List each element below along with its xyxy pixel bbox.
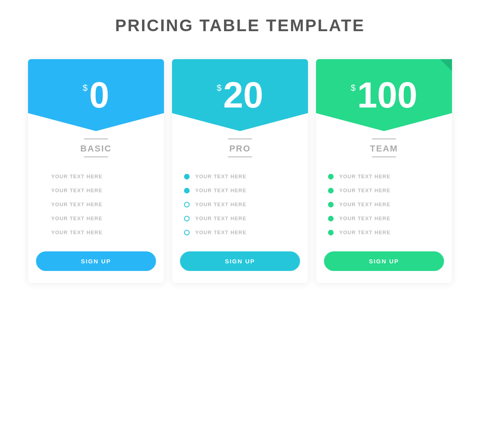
signup-button-basic[interactable]: SIGN UP (36, 251, 156, 271)
feature-text: YOUR TEXT HERE (195, 201, 246, 207)
feature-text: YOUR TEXT HERE (195, 215, 246, 221)
plan-divider-bottom-team (372, 156, 396, 157)
feature-item: YOUR TEXT HERE (328, 211, 440, 225)
feature-item: YOUR TEXT HERE (184, 211, 296, 225)
feature-dot-filled (184, 174, 190, 179)
feature-text: YOUR TEXT HERE (195, 187, 246, 193)
feature-item: YOUR TEXT HERE (328, 169, 440, 183)
feature-dot-filled (328, 202, 334, 207)
feature-dot-empty (184, 202, 190, 207)
plan-name-team: TEAM (324, 143, 444, 154)
feature-item: YOUR TEXT HERE (40, 197, 152, 211)
feature-item: YOUR TEXT HERE (40, 183, 152, 197)
feature-text: YOUR TEXT HERE (339, 173, 390, 179)
feature-text: YOUR TEXT HERE (51, 173, 102, 179)
signup-button-team[interactable]: SIGN UP (324, 251, 444, 271)
price-content-pro: $ 20 (217, 77, 263, 113)
feature-item: YOUR TEXT HERE (184, 225, 296, 239)
feature-dot-filled (328, 188, 334, 193)
feature-item: YOUR TEXT HERE (184, 169, 296, 183)
feature-text: YOUR TEXT HERE (195, 229, 246, 235)
feature-text: YOUR TEXT HERE (195, 173, 246, 179)
plan-name-pro: PRO (180, 143, 300, 154)
plan-divider-top-pro (228, 138, 252, 139)
signup-button-pro[interactable]: SIGN UP (180, 251, 300, 271)
price-banner-basic: $ 0 (28, 59, 164, 131)
feature-item: YOUR TEXT HERE (40, 211, 152, 225)
pricing-card-pro: $ 20 PRO YOUR TEXT HERE YOUR TEXT HERE Y… (172, 59, 308, 283)
price-amount-basic: 0 (89, 77, 109, 113)
feature-item: YOUR TEXT HERE (40, 169, 152, 183)
feature-item: YOUR TEXT HERE (328, 225, 440, 239)
feature-item: YOUR TEXT HERE (184, 183, 296, 197)
feature-text: YOUR TEXT HERE (339, 201, 390, 207)
price-dollar-team: $ (351, 83, 356, 93)
feature-dot-empty (184, 216, 190, 221)
feature-dot-filled (328, 230, 334, 235)
page-title: PRICING TABLE TEMPLATE (115, 16, 365, 35)
feature-dot-filled (328, 174, 334, 179)
feature-text: YOUR TEXT HERE (51, 229, 102, 235)
features-list-basic: YOUR TEXT HERE YOUR TEXT HERE YOUR TEXT … (28, 161, 164, 247)
feature-text: YOUR TEXT HERE (51, 187, 102, 193)
features-list-team: YOUR TEXT HERE YOUR TEXT HERE YOUR TEXT … (316, 161, 452, 247)
plan-divider-bottom-basic (84, 156, 108, 157)
feature-item: YOUR TEXT HERE (328, 183, 440, 197)
plan-name-basic: BASIC (36, 143, 156, 154)
plan-divider-top-basic (84, 138, 108, 139)
price-content-basic: $ 0 (83, 77, 109, 113)
feature-item: YOUR TEXT HERE (184, 197, 296, 211)
feature-dot-filled (328, 216, 334, 221)
pricing-card-basic: $ 0 BASIC YOUR TEXT HERE YOUR TEXT HERE … (28, 59, 164, 283)
plan-divider-top-team (372, 138, 396, 139)
features-list-pro: YOUR TEXT HERE YOUR TEXT HERE YOUR TEXT … (172, 161, 308, 247)
price-banner-team: $ 100 (316, 59, 452, 131)
plan-name-section-basic: BASIC (28, 131, 164, 161)
plan-name-section-team: TEAM (316, 131, 452, 161)
feature-dot-filled (184, 188, 190, 193)
pricing-card-team: $ 100 TEAM YOUR TEXT HERE YOUR TEXT HERE… (316, 59, 452, 283)
feature-text: YOUR TEXT HERE (339, 215, 390, 221)
price-dollar-basic: $ (83, 83, 88, 93)
price-content-team: $ 100 (351, 77, 417, 113)
feature-text: YOUR TEXT HERE (339, 187, 390, 193)
plan-name-section-pro: PRO (172, 131, 308, 161)
price-banner-pro: $ 20 (172, 59, 308, 131)
pricing-container: $ 0 BASIC YOUR TEXT HERE YOUR TEXT HERE … (20, 59, 460, 283)
plan-divider-bottom-pro (228, 156, 252, 157)
feature-text: YOUR TEXT HERE (51, 215, 102, 221)
feature-text: YOUR TEXT HERE (51, 201, 102, 207)
feature-item: YOUR TEXT HERE (40, 225, 152, 239)
price-dollar-pro: $ (217, 83, 222, 93)
feature-dot-empty (184, 230, 190, 235)
feature-item: YOUR TEXT HERE (328, 197, 440, 211)
feature-text: YOUR TEXT HERE (339, 229, 390, 235)
price-amount-team: 100 (357, 77, 417, 113)
price-amount-pro: 20 (223, 77, 263, 113)
